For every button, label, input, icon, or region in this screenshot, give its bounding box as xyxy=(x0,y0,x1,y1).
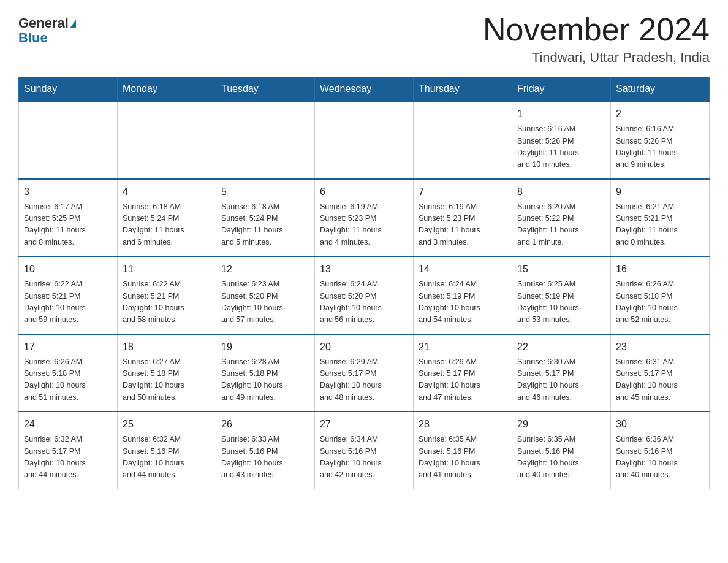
header-thursday: Thursday xyxy=(414,77,512,102)
day-number: 10 xyxy=(24,262,112,277)
day-info: Sunrise: 6:22 AMSunset: 5:21 PMDaylight:… xyxy=(123,278,211,326)
logo-line2: Blue xyxy=(18,31,48,45)
day-cell: 12Sunrise: 6:23 AMSunset: 5:20 PMDayligh… xyxy=(216,256,315,334)
day-info: Sunrise: 6:24 AMSunset: 5:19 PMDaylight:… xyxy=(419,278,507,326)
day-number: 21 xyxy=(419,340,507,354)
day-cell: 22Sunrise: 6:30 AMSunset: 5:17 PMDayligh… xyxy=(512,334,611,412)
week-row-2: 3Sunrise: 6:17 AMSunset: 5:25 PMDaylight… xyxy=(19,179,710,257)
day-number: 5 xyxy=(221,185,309,199)
day-info: Sunrise: 6:26 AMSunset: 5:18 PMDaylight:… xyxy=(24,356,112,404)
day-cell: 3Sunrise: 6:17 AMSunset: 5:25 PMDaylight… xyxy=(19,179,118,257)
day-number: 2 xyxy=(616,107,704,121)
day-cell: 7Sunrise: 6:19 AMSunset: 5:23 PMDaylight… xyxy=(414,179,512,257)
header-monday: Monday xyxy=(118,77,216,102)
day-number: 1 xyxy=(517,107,605,121)
day-info: Sunrise: 6:29 AMSunset: 5:17 PMDaylight:… xyxy=(320,356,408,404)
logo: General Blue xyxy=(18,12,76,45)
day-cell: 8Sunrise: 6:20 AMSunset: 5:22 PMDaylight… xyxy=(512,179,611,257)
day-number: 18 xyxy=(123,340,211,354)
day-info: Sunrise: 6:27 AMSunset: 5:18 PMDaylight:… xyxy=(123,356,211,404)
day-info: Sunrise: 6:29 AMSunset: 5:17 PMDaylight:… xyxy=(419,356,507,404)
day-info: Sunrise: 6:17 AMSunset: 5:25 PMDaylight:… xyxy=(24,201,112,249)
calendar-table: Sunday Monday Tuesday Wednesday Thursday… xyxy=(18,77,710,489)
day-info: Sunrise: 6:21 AMSunset: 5:21 PMDaylight:… xyxy=(616,201,704,249)
calendar-title-area: November 2024 Tindwari, Uttar Pradesh, I… xyxy=(483,12,710,66)
day-cell xyxy=(414,101,512,179)
day-cell: 2Sunrise: 6:16 AMSunset: 5:26 PMDaylight… xyxy=(611,101,710,179)
day-info: Sunrise: 6:26 AMSunset: 5:18 PMDaylight:… xyxy=(616,278,704,326)
day-cell: 9Sunrise: 6:21 AMSunset: 5:21 PMDaylight… xyxy=(611,179,710,257)
day-cell: 6Sunrise: 6:19 AMSunset: 5:23 PMDaylight… xyxy=(315,179,414,257)
day-number: 30 xyxy=(616,417,704,432)
day-number: 3 xyxy=(24,185,112,199)
day-number: 8 xyxy=(517,185,605,199)
header-friday: Friday xyxy=(512,77,611,102)
location-title: Tindwari, Uttar Pradesh, India xyxy=(483,50,710,66)
logo-triangle-icon xyxy=(70,20,76,28)
day-info: Sunrise: 6:23 AMSunset: 5:20 PMDaylight:… xyxy=(221,278,309,326)
day-cell: 18Sunrise: 6:27 AMSunset: 5:18 PMDayligh… xyxy=(118,334,216,412)
day-number: 22 xyxy=(517,340,605,354)
day-cell: 28Sunrise: 6:35 AMSunset: 5:16 PMDayligh… xyxy=(414,412,512,489)
day-number: 20 xyxy=(320,340,408,354)
page-header: General Blue November 2024 Tindwari, Utt… xyxy=(18,12,710,66)
header-wednesday: Wednesday xyxy=(315,77,414,102)
day-cell: 24Sunrise: 6:32 AMSunset: 5:17 PMDayligh… xyxy=(19,412,118,489)
day-number: 15 xyxy=(517,262,605,277)
day-number: 25 xyxy=(123,417,211,432)
day-info: Sunrise: 6:28 AMSunset: 5:18 PMDaylight:… xyxy=(221,356,309,404)
day-number: 12 xyxy=(221,262,309,277)
month-title: November 2024 xyxy=(483,12,710,47)
day-info: Sunrise: 6:32 AMSunset: 5:16 PMDaylight:… xyxy=(123,434,211,481)
day-number: 26 xyxy=(221,417,309,432)
day-number: 29 xyxy=(517,417,605,432)
day-info: Sunrise: 6:36 AMSunset: 5:16 PMDaylight:… xyxy=(616,434,704,481)
header-sunday: Sunday xyxy=(19,77,118,102)
week-row-4: 17Sunrise: 6:26 AMSunset: 5:18 PMDayligh… xyxy=(19,334,710,412)
day-cell: 21Sunrise: 6:29 AMSunset: 5:17 PMDayligh… xyxy=(414,334,512,412)
day-number: 13 xyxy=(320,262,408,277)
day-info: Sunrise: 6:33 AMSunset: 5:16 PMDaylight:… xyxy=(221,434,309,481)
day-info: Sunrise: 6:25 AMSunset: 5:19 PMDaylight:… xyxy=(517,278,605,326)
day-cell xyxy=(216,101,315,179)
day-cell: 15Sunrise: 6:25 AMSunset: 5:19 PMDayligh… xyxy=(512,256,611,334)
day-cell: 1Sunrise: 6:16 AMSunset: 5:26 PMDaylight… xyxy=(512,101,611,179)
day-info: Sunrise: 6:16 AMSunset: 5:26 PMDaylight:… xyxy=(517,123,605,171)
day-cell: 4Sunrise: 6:18 AMSunset: 5:24 PMDaylight… xyxy=(118,179,216,257)
day-number: 14 xyxy=(419,262,507,277)
day-info: Sunrise: 6:22 AMSunset: 5:21 PMDaylight:… xyxy=(24,278,112,326)
day-cell: 20Sunrise: 6:29 AMSunset: 5:17 PMDayligh… xyxy=(315,334,414,412)
week-row-5: 24Sunrise: 6:32 AMSunset: 5:17 PMDayligh… xyxy=(19,412,710,489)
day-number: 6 xyxy=(320,185,408,199)
day-info: Sunrise: 6:18 AMSunset: 5:24 PMDaylight:… xyxy=(123,201,211,249)
logo-line1: General xyxy=(18,16,76,31)
day-cell: 26Sunrise: 6:33 AMSunset: 5:16 PMDayligh… xyxy=(216,412,315,489)
day-info: Sunrise: 6:18 AMSunset: 5:24 PMDaylight:… xyxy=(221,201,309,249)
day-info: Sunrise: 6:16 AMSunset: 5:26 PMDaylight:… xyxy=(616,123,704,171)
day-number: 4 xyxy=(123,185,211,199)
day-number: 11 xyxy=(123,262,211,277)
day-cell: 16Sunrise: 6:26 AMSunset: 5:18 PMDayligh… xyxy=(611,256,710,334)
day-cell: 30Sunrise: 6:36 AMSunset: 5:16 PMDayligh… xyxy=(611,412,710,489)
day-number: 9 xyxy=(616,185,704,199)
day-number: 24 xyxy=(24,417,112,432)
day-number: 17 xyxy=(24,340,112,354)
day-number: 16 xyxy=(616,262,704,277)
day-cell: 10Sunrise: 6:22 AMSunset: 5:21 PMDayligh… xyxy=(19,256,118,334)
day-info: Sunrise: 6:31 AMSunset: 5:17 PMDaylight:… xyxy=(616,356,704,404)
day-cell xyxy=(118,101,216,179)
weekday-header-row: Sunday Monday Tuesday Wednesday Thursday… xyxy=(19,77,710,102)
day-number: 7 xyxy=(419,185,507,199)
day-cell xyxy=(315,101,414,179)
day-cell: 17Sunrise: 6:26 AMSunset: 5:18 PMDayligh… xyxy=(19,334,118,412)
day-info: Sunrise: 6:19 AMSunset: 5:23 PMDaylight:… xyxy=(419,201,507,249)
day-info: Sunrise: 6:30 AMSunset: 5:17 PMDaylight:… xyxy=(517,356,605,404)
day-number: 23 xyxy=(616,340,704,354)
header-tuesday: Tuesday xyxy=(216,77,315,102)
day-cell: 25Sunrise: 6:32 AMSunset: 5:16 PMDayligh… xyxy=(118,412,216,489)
day-number: 19 xyxy=(221,340,309,354)
week-row-3: 10Sunrise: 6:22 AMSunset: 5:21 PMDayligh… xyxy=(19,256,710,334)
day-cell: 13Sunrise: 6:24 AMSunset: 5:20 PMDayligh… xyxy=(315,256,414,334)
day-cell: 5Sunrise: 6:18 AMSunset: 5:24 PMDaylight… xyxy=(216,179,315,257)
day-cell: 19Sunrise: 6:28 AMSunset: 5:18 PMDayligh… xyxy=(216,334,315,412)
